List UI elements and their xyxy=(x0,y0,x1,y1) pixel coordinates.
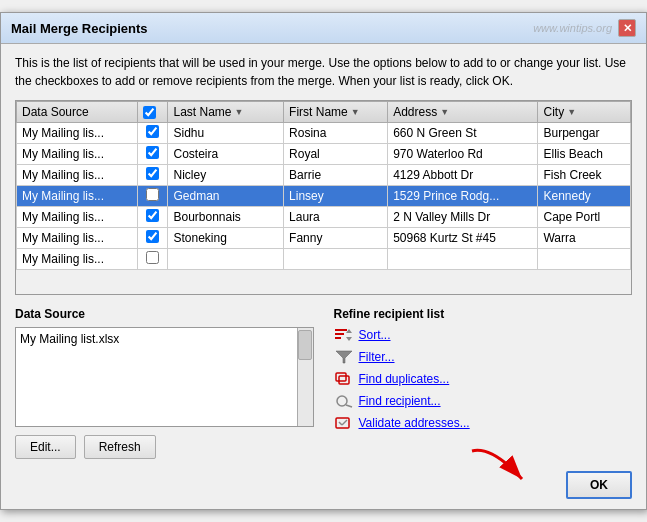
find-recipient-link[interactable]: Find recipient... xyxy=(359,394,441,408)
svg-rect-1 xyxy=(335,333,344,335)
cell-checkbox[interactable] xyxy=(138,144,168,165)
col-city[interactable]: City▼ xyxy=(538,102,631,123)
cell-firstname: Royal xyxy=(284,144,388,165)
svg-marker-4 xyxy=(346,337,352,341)
row-checkbox[interactable] xyxy=(146,125,159,138)
find-duplicates-link[interactable]: Find duplicates... xyxy=(359,372,450,386)
datasource-label: Data Source xyxy=(15,307,314,321)
cell-datasource: My Mailing lis... xyxy=(17,123,138,144)
row-checkbox[interactable] xyxy=(146,230,159,243)
svg-rect-0 xyxy=(335,329,347,331)
cell-lastname: Gedman xyxy=(168,186,284,207)
cell-city: Warra xyxy=(538,228,631,249)
col-checkbox[interactable] xyxy=(138,102,168,123)
datasource-scrollbar[interactable] xyxy=(297,328,313,426)
watermark: www.wintips.org xyxy=(533,22,612,34)
select-all-checkbox[interactable] xyxy=(143,106,156,119)
cell-firstname: Laura xyxy=(284,207,388,228)
row-checkbox[interactable] xyxy=(146,209,159,222)
table-header-row: Data Source Last Name▼ First Name▼ Addr xyxy=(17,102,631,123)
svg-marker-5 xyxy=(336,351,352,363)
row-checkbox[interactable] xyxy=(146,167,159,180)
cell-city: Cape Portl xyxy=(538,207,631,228)
close-button[interactable]: ✕ xyxy=(618,19,636,37)
table-row[interactable]: My Mailing lis...NicleyBarrie4129 Abbott… xyxy=(17,165,631,186)
svg-point-8 xyxy=(337,396,347,406)
cell-checkbox[interactable] xyxy=(138,228,168,249)
cell-address: 1529 Prince Rodg... xyxy=(388,186,538,207)
datasource-scroll-thumb[interactable] xyxy=(298,330,312,360)
col-datasource[interactable]: Data Source xyxy=(17,102,138,123)
description-text: This is the list of recipients that will… xyxy=(15,54,632,90)
sort-icon xyxy=(334,327,354,343)
datasource-value: My Mailing list.xlsx xyxy=(20,332,119,346)
cell-city xyxy=(538,249,631,270)
refine-duplicates: Find duplicates... xyxy=(334,371,633,387)
col-address[interactable]: Address▼ xyxy=(388,102,538,123)
table-row[interactable]: My Mailing lis... xyxy=(17,249,631,270)
cell-address xyxy=(388,249,538,270)
table-row[interactable]: My Mailing lis...CosteiraRoyal970 Waterl… xyxy=(17,144,631,165)
cell-lastname: Nicley xyxy=(168,165,284,186)
svg-line-9 xyxy=(346,405,352,407)
cell-lastname: Sidhu xyxy=(168,123,284,144)
row-checkbox[interactable] xyxy=(146,251,159,264)
cell-lastname: Bourbonnais xyxy=(168,207,284,228)
edit-refresh-row: Edit... Refresh xyxy=(15,435,314,459)
cell-firstname xyxy=(284,249,388,270)
cell-city: Fish Creek xyxy=(538,165,631,186)
cell-address: 660 N Green St xyxy=(388,123,538,144)
table-row[interactable]: My Mailing lis...GedmanLinsey1529 Prince… xyxy=(17,186,631,207)
dialog-title: Mail Merge Recipients xyxy=(11,21,148,36)
cell-city: Burpengar xyxy=(538,123,631,144)
svg-rect-10 xyxy=(336,418,349,428)
cell-address: 50968 Kurtz St #45 xyxy=(388,228,538,249)
refine-validate: Validate addresses... xyxy=(334,415,633,431)
filter-link[interactable]: Filter... xyxy=(359,350,395,364)
cell-datasource: My Mailing lis... xyxy=(17,186,138,207)
validate-addresses-link[interactable]: Validate addresses... xyxy=(359,416,470,430)
cell-address: 970 Waterloo Rd xyxy=(388,144,538,165)
cell-datasource: My Mailing lis... xyxy=(17,144,138,165)
table-row[interactable]: My Mailing lis...BourbonnaisLaura2 N Val… xyxy=(17,207,631,228)
dialog-body: This is the list of recipients that will… xyxy=(1,44,646,509)
cell-lastname: Stoneking xyxy=(168,228,284,249)
svg-rect-2 xyxy=(335,337,341,339)
col-firstname[interactable]: First Name▼ xyxy=(284,102,388,123)
svg-line-12 xyxy=(342,420,347,425)
col-lastname[interactable]: Last Name▼ xyxy=(168,102,284,123)
cell-checkbox[interactable] xyxy=(138,249,168,270)
row-checkbox[interactable] xyxy=(146,188,159,201)
cell-checkbox[interactable] xyxy=(138,207,168,228)
refine-label: Refine recipient list xyxy=(334,307,633,321)
row-checkbox[interactable] xyxy=(146,146,159,159)
duplicate-icon xyxy=(334,371,354,387)
cell-city: Ellis Beach xyxy=(538,144,631,165)
sort-link[interactable]: Sort... xyxy=(359,328,391,342)
table-row[interactable]: My Mailing lis...StonekingFanny50968 Kur… xyxy=(17,228,631,249)
recipients-table: Data Source Last Name▼ First Name▼ Addr xyxy=(16,101,631,270)
right-panel: Refine recipient list Sort... Filter... xyxy=(334,307,633,459)
cell-checkbox[interactable] xyxy=(138,165,168,186)
cell-address: 4129 Abbott Dr xyxy=(388,165,538,186)
lastname-sort-arrow: ▼ xyxy=(235,107,244,117)
cell-firstname: Linsey xyxy=(284,186,388,207)
cell-address: 2 N Valley Mills Dr xyxy=(388,207,538,228)
ok-row: OK xyxy=(15,471,632,499)
ok-button[interactable]: OK xyxy=(566,471,632,499)
recipients-table-container[interactable]: Data Source Last Name▼ First Name▼ Addr xyxy=(15,100,632,295)
edit-button[interactable]: Edit... xyxy=(15,435,76,459)
svg-rect-7 xyxy=(339,376,349,384)
refresh-button[interactable]: Refresh xyxy=(84,435,156,459)
refine-find: Find recipient... xyxy=(334,393,633,409)
table-row[interactable]: My Mailing lis...SidhuRosina660 N Green … xyxy=(17,123,631,144)
address-sort-arrow: ▼ xyxy=(440,107,449,117)
title-bar: Mail Merge Recipients www.wintips.org ✕ xyxy=(1,13,646,44)
mail-merge-dialog: Mail Merge Recipients www.wintips.org ✕ … xyxy=(0,12,647,510)
validate-icon xyxy=(334,415,354,431)
cell-checkbox[interactable] xyxy=(138,186,168,207)
cell-checkbox[interactable] xyxy=(138,123,168,144)
refine-list: Sort... Filter... Find duplicates... xyxy=(334,327,633,431)
city-sort-arrow: ▼ xyxy=(567,107,576,117)
cell-firstname: Barrie xyxy=(284,165,388,186)
